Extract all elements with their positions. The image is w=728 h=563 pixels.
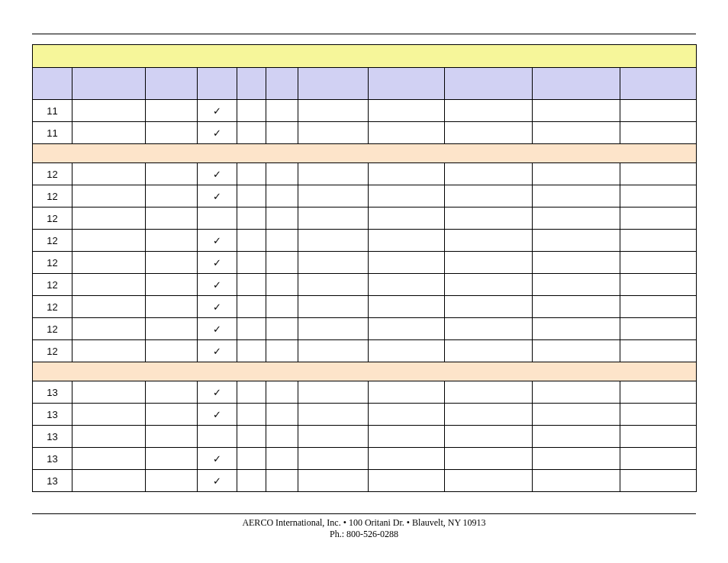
row-number: 12 [33,230,72,252]
row-number: 13 [33,470,72,492]
row-number: 12 [33,296,72,318]
row-number: 12 [33,163,72,185]
row-number: 12 [33,340,72,362]
section-separator [33,362,697,381]
column-header [620,68,697,100]
column-header [237,68,266,100]
row-number: 12 [33,185,72,208]
row-number: 12 [33,252,72,274]
check-cell: ✓ [198,230,237,252]
row-number: 13 [33,381,72,404]
column-header [298,68,369,100]
check-cell: ✓ [198,252,237,274]
row-number: 13 [33,426,72,448]
parts-table: 11✓11✓12✓12✓1212✓12✓12✓12✓12✓12✓13✓13✓13… [32,44,697,492]
row-number: 12 [33,318,72,340]
check-cell: ✓ [198,100,237,122]
column-header [266,68,298,100]
column-header [33,68,72,100]
row-number: 13 [33,404,72,426]
column-header [146,68,198,100]
check-cell [198,208,237,230]
section-separator [33,144,697,163]
column-header [533,68,620,100]
check-cell: ✓ [198,381,237,404]
row-number: 11 [33,100,72,122]
row-number: 12 [33,208,72,230]
column-header [445,68,533,100]
check-cell: ✓ [198,185,237,208]
row-number: 11 [33,122,72,144]
footer-line-2: Ph.: 800-526-0288 [32,529,696,540]
top-rule [32,34,696,34]
check-cell: ✓ [198,340,237,362]
table-title [33,45,697,68]
column-header [369,68,445,100]
check-cell: ✓ [198,274,237,296]
check-cell: ✓ [198,448,237,470]
check-cell: ✓ [198,296,237,318]
check-cell: ✓ [198,318,237,340]
column-header [198,68,237,100]
row-number: 12 [33,274,72,296]
column-header [72,68,146,100]
page-footer: AERCO International, Inc. • 100 Oritani … [32,513,696,540]
check-cell: ✓ [198,163,237,185]
check-cell: ✓ [198,404,237,426]
footer-line-1: AERCO International, Inc. • 100 Oritani … [32,517,696,529]
check-cell: ✓ [198,122,237,144]
check-cell [198,426,237,448]
check-cell: ✓ [198,470,237,492]
row-number: 13 [33,448,72,470]
